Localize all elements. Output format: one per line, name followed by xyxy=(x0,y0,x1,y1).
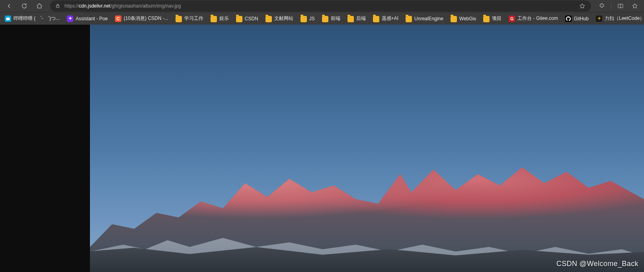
bookmark-item[interactable]: WebGis xyxy=(447,14,479,24)
bookmark-item[interactable]: 项目 xyxy=(480,14,505,24)
bookmark-label: (10条消息) CSDN -... xyxy=(124,15,168,22)
svg-rect-5 xyxy=(6,17,10,20)
folder-icon xyxy=(406,16,412,22)
bookmark-label: 文献网站 xyxy=(274,15,293,22)
bookmark-label: JS xyxy=(309,16,315,21)
bookmark-label: 遥感+AI xyxy=(382,15,398,22)
bookmark-item[interactable]: UnrealEngine xyxy=(402,14,447,24)
bookmark-label: 娱乐 xyxy=(219,15,229,22)
svg-rect-0 xyxy=(57,6,59,8)
bookmark-label: WebGis xyxy=(459,16,476,21)
bookmark-label: 力扣（LeetCode）... xyxy=(605,15,644,22)
bookmark-label: GitHub xyxy=(574,16,589,21)
extensions-icon[interactable] xyxy=(595,1,609,11)
address-bar[interactable]: https:// cdn.jsdelivr.net /gh/gisxiaohan… xyxy=(50,0,591,12)
favorite-star-icon[interactable] xyxy=(577,1,588,11)
page-viewport: CSDN @Welcome_Back xyxy=(0,25,644,272)
folder-icon xyxy=(347,16,354,22)
browser-toolbar: https:// cdn.jsdelivr.net /gh/gisxiaohan… xyxy=(0,0,644,12)
site-info-icon[interactable] xyxy=(54,3,61,9)
folder-icon xyxy=(451,16,457,22)
bookmark-label: 工作台 - Gitee.com xyxy=(517,15,558,22)
bookmark-label: UnrealEngine xyxy=(414,16,443,21)
bookmark-item[interactable]: 哔哩哔哩 ( ゜- ゜)つ... xyxy=(2,14,63,24)
bookmark-label: Assistant - Poe xyxy=(76,16,108,21)
bookmarks-bar: 哔哩哔哩 ( ゜- ゜)つ...✦Assistant - PoeC(10条消息)… xyxy=(0,12,644,25)
bookmark-item[interactable]: JS xyxy=(297,14,318,24)
bookmark-label: 前端 xyxy=(331,15,340,22)
folder-icon xyxy=(176,16,182,22)
bookmark-item[interactable]: 文献网站 xyxy=(262,14,297,24)
bookmark-item[interactable]: ✦力扣（LeetCode）... xyxy=(593,14,644,24)
folder-icon xyxy=(211,16,217,22)
github-favicon-icon xyxy=(565,16,572,22)
bilibili-favicon-icon xyxy=(5,16,11,22)
bookmark-label: 项目 xyxy=(492,15,502,22)
bookmark-item[interactable]: 后端 xyxy=(344,14,369,24)
displayed-image: CSDN @Welcome_Back xyxy=(90,25,644,272)
collections-icon[interactable] xyxy=(628,1,642,11)
bookmark-item[interactable]: 娱乐 xyxy=(207,14,232,24)
bookmark-item[interactable]: GitHub xyxy=(562,14,592,24)
home-button[interactable] xyxy=(33,1,46,11)
bookmark-item[interactable]: C(10条消息) CSDN -... xyxy=(112,14,172,24)
bookmark-item[interactable]: 前端 xyxy=(319,14,343,24)
url-host: cdn.jsdelivr.net xyxy=(79,3,110,9)
bookmark-label: 学习工作 xyxy=(184,15,203,22)
back-button[interactable] xyxy=(2,1,16,11)
bookmark-item[interactable]: 学习工作 xyxy=(172,14,207,24)
folder-icon xyxy=(373,16,379,22)
url-scheme: https:// xyxy=(64,3,79,9)
url-path: /gh/gisxiaohan/album/img/nav.jpg xyxy=(110,3,181,9)
toolbar-right-actions xyxy=(595,1,642,11)
svg-marker-1 xyxy=(580,4,585,8)
folder-icon xyxy=(483,16,490,22)
toolbar-divider xyxy=(611,2,611,10)
csdn-favicon-icon: C xyxy=(115,16,121,22)
leetcode-favicon-icon: ✦ xyxy=(596,16,602,22)
svg-line-7 xyxy=(8,17,9,17)
bookmark-item[interactable]: ✦Assistant - Poe xyxy=(64,14,111,24)
folder-icon xyxy=(322,16,328,22)
svg-marker-4 xyxy=(632,4,637,8)
bookmark-item[interactable]: 遥感+AI xyxy=(370,14,402,24)
bookmark-label: 后端 xyxy=(356,15,366,22)
image-letterbox-left xyxy=(0,25,90,272)
bookmark-item[interactable]: CSDN xyxy=(233,14,262,24)
bookmark-label: CSDN xyxy=(245,16,258,21)
svg-line-6 xyxy=(7,17,8,17)
folder-icon xyxy=(236,16,242,22)
folder-icon xyxy=(265,16,272,22)
url-display: https:// cdn.jsdelivr.net /gh/gisxiaohan… xyxy=(64,3,181,9)
poe-favicon-icon: ✦ xyxy=(67,16,73,22)
refresh-button[interactable] xyxy=(18,1,31,11)
gitee-favicon-icon: G xyxy=(509,16,515,22)
folder-icon xyxy=(301,16,307,22)
bookmark-label: 哔哩哔哩 ( ゜- ゜)つ... xyxy=(14,15,60,22)
split-screen-icon[interactable] xyxy=(614,1,627,11)
bookmark-item[interactable]: G工作台 - Gitee.com xyxy=(505,14,561,24)
